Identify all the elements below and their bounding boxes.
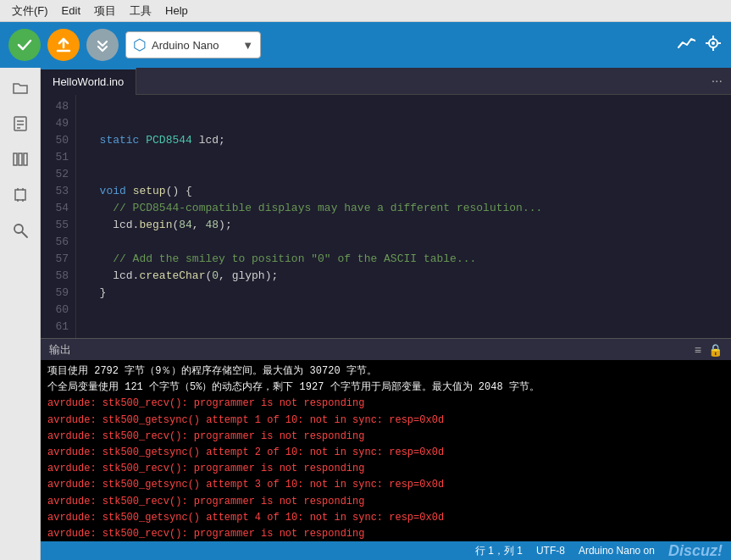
- output-header-icons: ≡ 🔒: [695, 343, 723, 357]
- serial-monitor-button[interactable]: [704, 34, 723, 57]
- output-panel: 输出 ≡ 🔒 项目使用 2792 字节（9％）的程序存储空间。最大值为 3072…: [41, 338, 731, 541]
- output-line-9: avrdude: stk500_recv(): programmer is no…: [47, 494, 724, 510]
- menu-edit[interactable]: Edit: [55, 3, 87, 19]
- output-label: 输出: [49, 342, 71, 358]
- debugger-button[interactable]: [86, 29, 119, 61]
- status-bar: 行 1，列 1 UTF-8 Arduino Nano on Discuz!: [41, 541, 731, 560]
- serial-plotter-button[interactable]: [677, 34, 695, 57]
- status-watermark: Discuz!: [668, 542, 723, 560]
- output-line-7: avrdude: stk500_recv(): programmer is no…: [47, 461, 724, 477]
- code-editor[interactable]: 48 49 50 51 52 53 54 55 56 57 58 59 60 6…: [41, 95, 731, 338]
- sidebar-icon-sketch[interactable]: [7, 110, 34, 137]
- output-line-4: avrdude: stk500_getsync() attempt 1 of 1…: [47, 413, 724, 429]
- code-line-57: // Add the smiley to position "0" of the…: [86, 251, 731, 268]
- code-line-49: [86, 115, 731, 132]
- code-line-50: static PCD8544 lcd;: [86, 132, 731, 149]
- code-line-48: [86, 98, 731, 115]
- line-numbers: 48 49 50 51 52 53 54 55 56 57 58 59 60 6…: [41, 95, 76, 338]
- board-selector[interactable]: ⬡ Arduino Nano ▼: [125, 31, 261, 58]
- usb-icon: ⬡: [133, 36, 147, 54]
- output-menu-icon[interactable]: ≡: [695, 343, 701, 357]
- sidebar-icon-boards[interactable]: [7, 181, 34, 208]
- board-name: Arduino Nano: [152, 39, 219, 52]
- code-line-54: // PCD8544-compatible displays may have …: [86, 200, 731, 217]
- code-line-59: }: [86, 285, 731, 302]
- menu-project[interactable]: 项目: [87, 2, 123, 20]
- output-line-11: avrdude: stk500_recv(): programmer is no…: [47, 526, 724, 541]
- output-line-2: 个全局变量使用 121 个字节（5%）的动态内存，剩下 1927 个字节用于局部…: [47, 380, 724, 396]
- tab-helloworld[interactable]: HelloWorld.ino: [41, 68, 136, 95]
- tab-filename: HelloWorld.ino: [53, 75, 124, 88]
- code-line-52: [86, 166, 731, 183]
- output-line-6: avrdude: stk500_getsync() attempt 2 of 1…: [47, 445, 724, 461]
- upload-button[interactable]: [47, 29, 80, 61]
- code-content[interactable]: static PCD8544 lcd; void setup() { // PC…: [76, 95, 731, 338]
- output-lock-icon[interactable]: 🔒: [708, 343, 723, 357]
- sidebar-icon-folder[interactable]: [7, 75, 34, 102]
- output-line-8: avrdude: stk500_getsync() attempt 3 of 1…: [47, 477, 724, 493]
- sidebar-icon-library[interactable]: [7, 146, 34, 173]
- svg-rect-12: [14, 153, 17, 165]
- status-position: 行 1，列 1: [475, 544, 523, 558]
- verify-button[interactable]: [8, 29, 41, 61]
- output-line-3: avrdude: stk500_recv(): programmer is no…: [47, 396, 724, 412]
- output-header: 输出 ≡ 🔒: [41, 338, 731, 360]
- svg-point-3: [712, 42, 715, 45]
- menu-help[interactable]: Help: [158, 3, 195, 19]
- svg-rect-14: [24, 153, 27, 165]
- code-line-60: [86, 302, 731, 319]
- svg-line-20: [22, 232, 27, 237]
- output-line-1: 项目使用 2792 字节（9％）的程序存储空间。最大值为 30720 字节。: [47, 363, 724, 380]
- code-line-58: lcd.createChar(0, glyph);: [86, 268, 731, 285]
- code-line-53: void setup() {: [86, 183, 731, 200]
- code-line-51: [86, 149, 731, 166]
- sidebar-icon-search[interactable]: [7, 217, 34, 244]
- output-content[interactable]: 项目使用 2792 字节（9％）的程序存储空间。最大值为 30720 字节。 个…: [41, 360, 731, 541]
- code-line-61: [86, 319, 731, 335]
- code-line-56: [86, 234, 731, 251]
- output-line-10: avrdude: stk500_getsync() attempt 4 of 1…: [47, 510, 724, 526]
- menu-file[interactable]: 文件(F): [5, 2, 55, 20]
- board-dropdown-arrow: ▼: [242, 39, 253, 52]
- toolbar-right: [677, 34, 723, 57]
- toolbar: ⬡ Arduino Nano ▼: [0, 22, 731, 68]
- tab-more-button[interactable]: ···: [703, 74, 731, 89]
- code-line-55: lcd.begin(84, 48);: [86, 217, 731, 234]
- output-line-5: avrdude: stk500_recv(): programmer is no…: [47, 429, 724, 445]
- tab-bar: HelloWorld.ino ···: [41, 68, 731, 95]
- menu-tools[interactable]: 工具: [123, 2, 158, 20]
- svg-rect-13: [19, 153, 22, 165]
- status-board: Arduino Nano on: [579, 545, 655, 557]
- status-encoding: UTF-8: [536, 545, 565, 557]
- left-sidebar: [0, 68, 41, 560]
- editor-area: HelloWorld.ino ··· 48 49 50 51 52 53 54 …: [41, 68, 731, 560]
- main-layout: HelloWorld.ino ··· 48 49 50 51 52 53 54 …: [0, 68, 731, 560]
- menu-bar: 文件(F) Edit 项目 工具 Help: [0, 0, 731, 22]
